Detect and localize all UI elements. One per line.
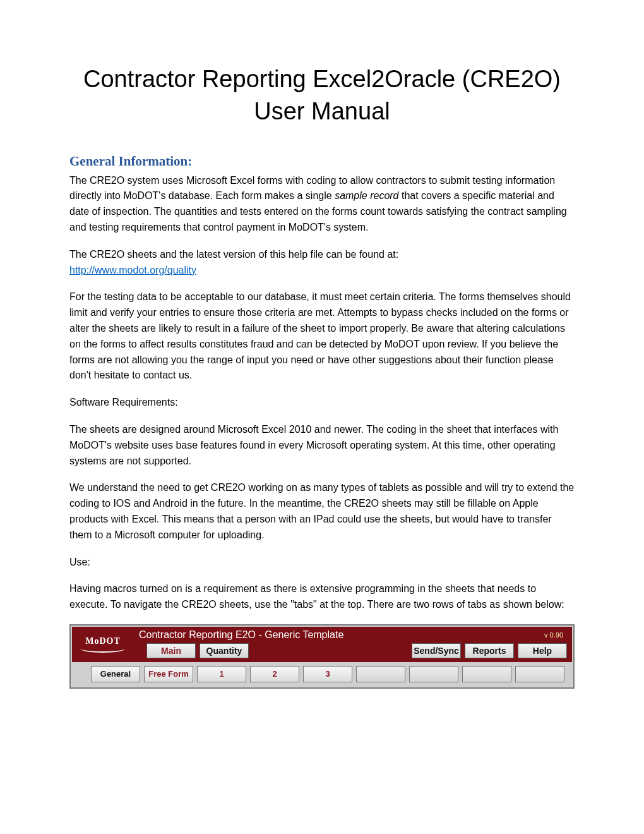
subtab-empty-1[interactable] (356, 666, 405, 682)
app-title: Contractor Reporting E2O - Generic Templ… (138, 629, 343, 641)
subtab-general[interactable]: General (91, 666, 140, 682)
paragraph-criteria: For the testing data to be acceptable to… (69, 289, 575, 384)
subtab-3[interactable]: 3 (303, 666, 352, 682)
paragraph-software-req-heading: Software Requirements: (69, 395, 575, 411)
subtab-1[interactable]: 1 (197, 666, 246, 682)
subtab-empty-4[interactable] (515, 666, 564, 682)
tab-send-sync[interactable]: Send/Sync (412, 643, 461, 658)
quality-link[interactable]: http://www.modot.org/quality (69, 265, 196, 275)
app-version: v 0.90 (544, 631, 566, 639)
tab-help[interactable]: Help (518, 643, 567, 658)
tab-reports[interactable]: Reports (465, 643, 514, 658)
page-title: Contractor Reporting Excel2Oracle (CRE2O… (69, 63, 575, 128)
tab-quantity[interactable]: Quantity (200, 643, 249, 658)
subtab-empty-2[interactable] (409, 666, 458, 682)
section-heading-general: General Information: (69, 154, 575, 169)
paragraph-intro: The CRE2O system uses Microsoft Excel fo… (69, 173, 575, 236)
title-line-1: Contractor Reporting Excel2Oracle (CRE2O… (83, 66, 561, 92)
app-bar-container: MoDOT Contractor Reporting E2O - Generic… (69, 624, 575, 689)
paragraph-tablets: We understand the need to get CRE2O work… (69, 480, 575, 543)
modot-logo: MoDOT (72, 627, 134, 662)
sub-tab-row: General Free Form 1 2 3 (72, 662, 572, 686)
logo-swoosh-icon (81, 645, 125, 653)
top-tab-row: Main Quantity Send/Sync Reports Help (134, 643, 569, 662)
subtab-2[interactable]: 2 (250, 666, 299, 682)
subtab-empty-3[interactable] (462, 666, 511, 682)
app-title-bar: MoDOT Contractor Reporting E2O - Generic… (72, 627, 572, 662)
title-line-2: User Manual (254, 98, 390, 124)
subtab-free-form[interactable]: Free Form (144, 666, 193, 682)
tab-main[interactable]: Main (146, 643, 196, 658)
paragraph-use-body: Having macros turned on is a requirement… (69, 581, 575, 613)
italic-sample-record: sample record (335, 190, 398, 201)
paragraph-software-req-body: The sheets are designed around Microsoft… (69, 422, 575, 469)
paragraph-use-heading: Use: (69, 555, 575, 571)
paragraph-link-intro: The CRE2O sheets and the latest version … (69, 247, 575, 279)
